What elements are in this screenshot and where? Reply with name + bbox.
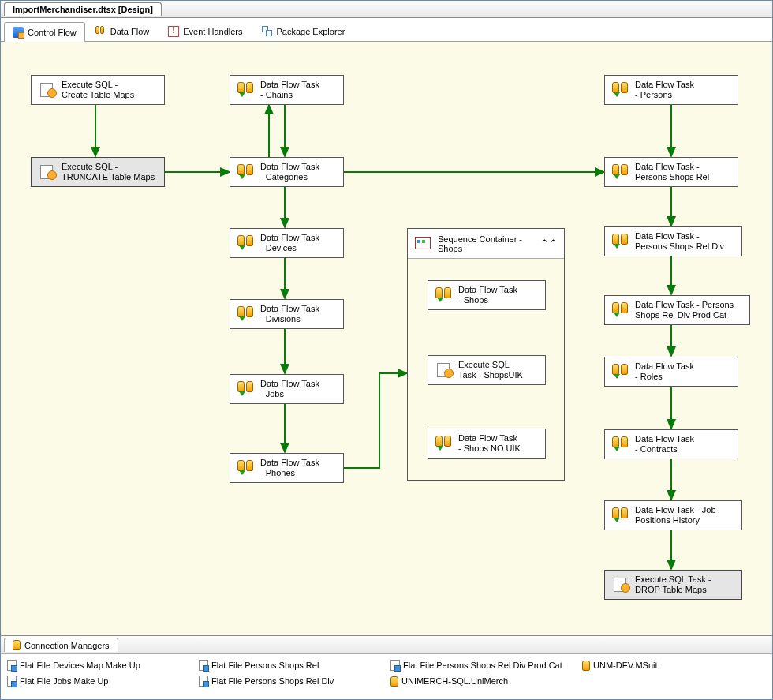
flat-file-icon [7, 660, 17, 671]
designer-tabs: Control Flow Data Flow Event Handlers Pa… [1, 18, 772, 42]
task-label: Execute SQL - Create Table Maps [62, 80, 134, 99]
flat-file-icon [199, 676, 208, 687]
execute-sql-icon [435, 361, 454, 379]
flat-file-icon [7, 676, 17, 687]
data-flow-icon [611, 163, 630, 181]
tab-control-flow[interactable]: Control Flow [4, 22, 85, 42]
connection-manager-item[interactable]: Flat File Jobs Make Up [7, 673, 191, 689]
task-label: Data Flow Task - Persons Shops Rel Div P… [635, 300, 734, 320]
document-tab[interactable]: ImportMerchandiser.dtsx [Design] [4, 2, 162, 16]
data-flow-icon [435, 435, 454, 452]
task-label: Data Flow Task - Shops NO UIK [458, 433, 521, 453]
task-data-flow-contracts[interactable]: Data Flow Task - Contracts [604, 429, 738, 459]
tab-label: Package Explorer [277, 27, 345, 36]
container-header[interactable]: Sequence Container - Shops ⌃⌃ [408, 229, 564, 259]
data-flow-icon [237, 234, 256, 252]
data-flow-icon [237, 305, 256, 323]
tab-package-explorer[interactable]: Package Explorer [253, 21, 354, 41]
tab-label: Data Flow [110, 27, 150, 36]
task-data-flow-job-positions-history[interactable]: Data Flow Task - Job Positions History [604, 500, 742, 530]
cm-label: Flat File Persons Shops Rel Div Prod Cat [403, 661, 562, 670]
task-execute-sql-create-table-maps[interactable]: Execute SQL - Create Table Maps [31, 75, 165, 105]
data-flow-icon [611, 233, 630, 250]
connection-manager-item-empty [582, 673, 766, 689]
data-flow-icon [435, 286, 454, 304]
task-data-flow-phones[interactable]: Data Flow Task - Phones [230, 453, 344, 483]
task-label: Data Flow Task - Persons Shops Rel Div [635, 231, 724, 251]
task-label: Data Flow Task - Categories [260, 162, 319, 182]
task-data-flow-persons[interactable]: Data Flow Task - Persons [604, 75, 738, 105]
task-data-flow-divisions[interactable]: Data Flow Task - Divisions [230, 299, 344, 329]
document-tab-bar: ImportMerchandiser.dtsx [Design] [1, 1, 772, 18]
task-label: Data Flow Task - Shops [458, 285, 517, 305]
connection-managers-tab-bar: Connection Managers [1, 636, 772, 654]
control-flow-icon [13, 27, 24, 38]
connection-manager-item[interactable]: Flat File Persons Shops Rel Div [199, 673, 383, 689]
task-execute-sql-truncate-table-maps[interactable]: Execute SQL - TRUNCATE Table Maps [31, 157, 165, 187]
data-flow-icon [611, 301, 630, 319]
task-label: Execute SQL - TRUNCATE Table Maps [62, 162, 155, 182]
data-flow-icon [611, 436, 630, 453]
package-explorer-icon [262, 26, 273, 37]
task-label: Execute SQL Task - DROP Table Maps [635, 575, 711, 594]
task-data-flow-persons-shops-rel-div[interactable]: Data Flow Task - Persons Shops Rel Div [604, 226, 742, 256]
data-flow-icon [611, 81, 630, 99]
data-flow-icon [95, 26, 106, 37]
data-flow-icon [611, 507, 630, 524]
flat-file-icon [390, 660, 400, 671]
container-title: Sequence Container - Shops [438, 234, 536, 253]
tab-label: Control Flow [28, 28, 77, 37]
task-data-flow-shops[interactable]: Data Flow Task - Shops [428, 280, 546, 310]
task-execute-sql-shops-uik[interactable]: Execute SQL Task - ShopsUIK [428, 355, 546, 385]
task-data-flow-devices[interactable]: Data Flow Task - Devices [230, 228, 344, 258]
task-label: Data Flow Task - Phones [260, 458, 319, 477]
sequence-container-shops[interactable]: Sequence Container - Shops ⌃⌃ Data Flow … [407, 228, 565, 481]
data-flow-icon [237, 81, 256, 99]
task-data-flow-persons-shops-rel-div-prod-cat[interactable]: Data Flow Task - Persons Shops Rel Div P… [604, 295, 750, 325]
execute-sql-icon [38, 81, 57, 99]
task-label: Data Flow Task - Divisions [260, 304, 319, 324]
task-label: Data Flow Task - Persons [635, 80, 694, 99]
collapse-icon[interactable]: ⌃⌃ [540, 238, 558, 249]
task-execute-sql-drop-table-maps[interactable]: Execute SQL Task - DROP Table Maps [604, 570, 742, 600]
connection-manager-item[interactable]: Flat File Persons Shops Rel Div Prod Cat [390, 657, 574, 673]
event-handlers-icon [168, 26, 179, 37]
task-data-flow-jobs[interactable]: Data Flow Task - Jobs [230, 374, 344, 404]
cm-label: UNM-DEV.MSuit [593, 661, 658, 670]
connection-managers-panel: Connection Managers Flat File Devices Ma… [1, 635, 772, 698]
connection-managers-list: Flat File Devices Map Make Up Flat File … [1, 654, 772, 692]
data-flow-icon [237, 380, 256, 398]
task-label: Data Flow Task - Roles [635, 361, 694, 381]
cm-label: Flat File Devices Map Make Up [20, 661, 140, 670]
design-canvas[interactable]: Execute SQL - Create Table Maps Execute … [1, 42, 772, 635]
task-data-flow-persons-shops-rel[interactable]: Data Flow Task - Persons Shops Rel [604, 157, 738, 187]
flat-file-icon [199, 660, 208, 671]
task-data-flow-roles[interactable]: Data Flow Task - Roles [604, 357, 738, 387]
task-label: Data Flow Task - Devices [260, 233, 319, 253]
tab-event-handlers[interactable]: Event Handlers [159, 21, 251, 41]
task-data-flow-chains[interactable]: Data Flow Task - Chains [230, 75, 344, 105]
connection-manager-item[interactable]: Flat File Persons Shops Rel [199, 657, 383, 673]
cm-label: Flat File Jobs Make Up [20, 676, 108, 686]
task-label: Data Flow Task - Chains [260, 80, 319, 99]
connection-manager-item[interactable]: Flat File Devices Map Make Up [7, 657, 191, 673]
task-data-flow-shops-no-uik[interactable]: Data Flow Task - Shops NO UIK [428, 429, 546, 459]
data-flow-icon [237, 163, 256, 181]
cm-label: UNIMERCH-SQL.UniMerch [401, 676, 508, 686]
task-label: Data Flow Task - Job Positions History [635, 505, 716, 525]
connectors-layer [1, 42, 772, 635]
tab-data-flow[interactable]: Data Flow [87, 21, 159, 41]
data-flow-icon [611, 363, 630, 380]
task-label: Data Flow Task - Contracts [635, 434, 694, 454]
connection-managers-tab[interactable]: Connection Managers [4, 638, 118, 652]
task-data-flow-categories[interactable]: Data Flow Task - Categories [230, 157, 344, 187]
tab-label: Connection Managers [24, 641, 110, 650]
cm-label: Flat File Persons Shops Rel Div [211, 676, 334, 686]
execute-sql-icon [38, 163, 57, 181]
task-label: Data Flow Task - Persons Shops Rel [635, 162, 709, 182]
sequence-container-icon [414, 235, 433, 253]
data-flow-icon [237, 459, 256, 477]
connection-manager-item[interactable]: UNM-DEV.MSuit [582, 657, 766, 673]
database-icon [13, 640, 21, 650]
connection-manager-item[interactable]: UNIMERCH-SQL.UniMerch [390, 673, 574, 689]
